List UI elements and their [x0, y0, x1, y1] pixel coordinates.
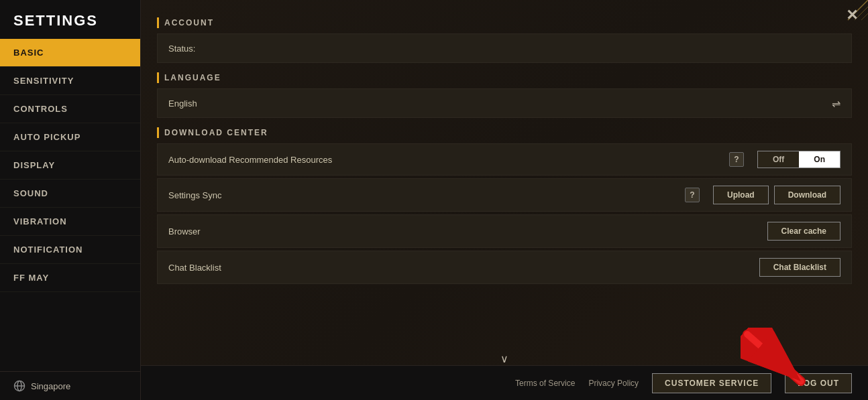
browser-row: Browser Clear cache — [157, 214, 852, 248]
chat-blacklist-row: Chat Blacklist Chat Blacklist — [157, 251, 852, 284]
language-selector-row[interactable]: English ⇌ — [157, 88, 852, 118]
main-content: ✕ ACCOUNT Status: LANGUAGE English ⇌ DOW… — [141, 0, 868, 400]
account-section-title: ACCOUNT — [164, 18, 214, 27]
sidebar-item-ff-may[interactable]: FF MAY — [0, 264, 140, 292]
account-section-bar — [157, 17, 159, 28]
sidebar-item-display[interactable]: DISPLAY — [0, 151, 140, 180]
globe-icon — [13, 380, 25, 392]
chat-blacklist-button[interactable]: Chat Blacklist — [759, 258, 840, 277]
language-section-header: LANGUAGE — [157, 72, 852, 83]
privacy-policy-link[interactable]: Privacy Policy — [588, 379, 639, 388]
content-area: ACCOUNT Status: LANGUAGE English ⇌ DOWNL… — [141, 0, 868, 365]
settings-sync-label: Settings Sync — [168, 190, 685, 200]
sidebar-item-controls[interactable]: CONTROLS — [0, 95, 140, 123]
customer-service-button[interactable]: CUSTOMER SERVICE — [652, 373, 771, 393]
download-section-header: DOWNLOAD CENTER — [157, 127, 852, 138]
sidebar-item-basic[interactable]: BASIC — [0, 39, 140, 67]
sidebar-item-vibration[interactable]: VIBRATION — [0, 208, 140, 236]
account-status-row: Status: — [157, 34, 852, 63]
auto-download-label: Auto-download Recommended Resources — [168, 155, 729, 165]
terms-of-service-link[interactable]: Terms of Service — [515, 379, 575, 388]
scroll-chevron: ∨ — [500, 352, 508, 365]
log-out-button[interactable]: LOG OUT — [785, 373, 852, 393]
upload-button[interactable]: Upload — [713, 186, 769, 204]
settings-sync-actions: ? Upload Download — [685, 186, 840, 204]
language-section-bar — [157, 72, 159, 83]
sidebar-item-auto-pickup[interactable]: AUTO PICKUP — [0, 123, 140, 151]
region-label: Singapore — [31, 381, 70, 391]
browser-actions: Clear cache — [767, 222, 840, 241]
sidebar-item-sensitivity[interactable]: SENSITIVITY — [0, 67, 140, 95]
sidebar-item-notification[interactable]: NOTIFICATION — [0, 236, 140, 264]
auto-download-help-icon[interactable]: ? — [729, 152, 744, 167]
download-button[interactable]: Download — [774, 186, 840, 204]
chat-blacklist-actions: Chat Blacklist — [759, 258, 840, 277]
settings-sync-help-icon[interactable]: ? — [685, 188, 700, 202]
sidebar: SETTINGS BASIC SENSITIVITY CONTROLS AUTO… — [0, 0, 141, 400]
close-button[interactable]: ✕ — [846, 7, 858, 24]
toggle-on-button[interactable]: On — [799, 151, 840, 168]
account-status-label: Status: — [168, 44, 840, 54]
auto-download-toggle[interactable]: Off On — [757, 151, 840, 168]
auto-download-actions: ? Off On — [729, 151, 840, 168]
sidebar-item-sound[interactable]: SOUND — [0, 180, 140, 208]
settings-sync-row: Settings Sync ? Upload Download — [157, 178, 852, 212]
clear-cache-button[interactable]: Clear cache — [767, 222, 840, 241]
swap-icon: ⇌ — [832, 97, 840, 110]
download-section-bar — [157, 127, 159, 138]
language-section-title: LANGUAGE — [164, 73, 221, 82]
sidebar-footer: Singapore — [0, 371, 140, 400]
footer: Terms of Service Privacy Policy CUSTOMER… — [141, 365, 868, 400]
account-section-header: ACCOUNT — [157, 17, 852, 28]
auto-download-row: Auto-download Recommended Resources ? Of… — [157, 143, 852, 176]
settings-title: SETTINGS — [0, 0, 140, 39]
download-section-title: DOWNLOAD CENTER — [164, 128, 268, 137]
browser-label: Browser — [168, 226, 767, 237]
chat-blacklist-label: Chat Blacklist — [168, 263, 759, 273]
toggle-off-button[interactable]: Off — [758, 151, 799, 168]
language-current: English — [168, 98, 832, 109]
